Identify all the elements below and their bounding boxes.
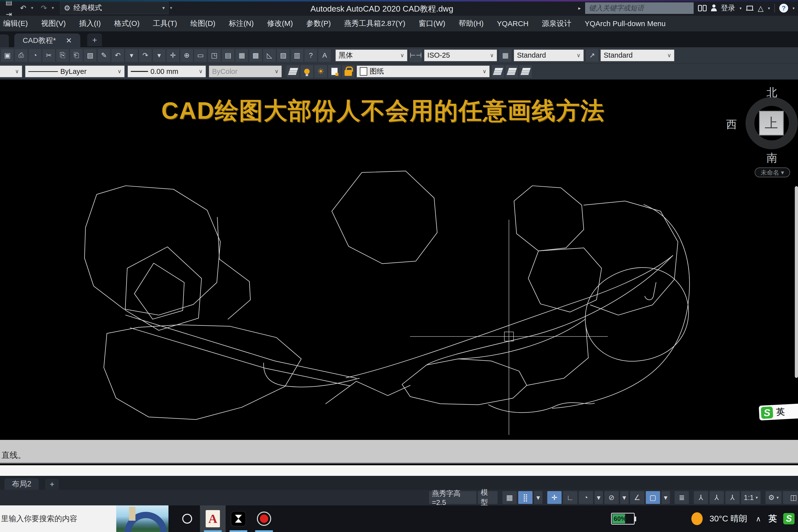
named-view-dropdown[interactable]: 未命名 ▾: [755, 168, 790, 177]
annotation-autoscale-icon[interactable]: ⅄: [709, 491, 724, 504]
autodesk-logo-icon[interactable]: △: [758, 4, 763, 13]
toolbar-icon[interactable]: ✎: [97, 49, 111, 62]
taskbar-search-box[interactable]: 里输入你要搜索的内容: [0, 506, 169, 532]
toolbar-icon[interactable]: ?: [304, 49, 318, 62]
menu-item[interactable]: 窗口(W): [412, 16, 452, 31]
workspace-gear-icon[interactable]: ⚙ ▾: [765, 491, 781, 504]
dynamic-input-icon[interactable]: ✛: [547, 491, 562, 504]
snap-caret-icon[interactable]: ▾: [534, 491, 542, 504]
search-highlight-image[interactable]: [116, 506, 169, 532]
object-snap-icon[interactable]: ▢: [646, 491, 660, 504]
toolbar-icon[interactable]: ▨: [277, 49, 290, 62]
undo-caret-icon[interactable]: ▾: [31, 5, 36, 11]
toolbar-icon[interactable]: ▭: [194, 49, 207, 62]
tray-expand-icon[interactable]: ∧: [756, 514, 761, 523]
toolbar-icon[interactable]: ◳: [208, 49, 221, 62]
layer-thaw-sun-icon[interactable]: ☀: [314, 65, 327, 78]
quick-access-icon[interactable]: ▤: [2, 0, 15, 8]
layer-on-off-bulb-icon[interactable]: [300, 65, 314, 78]
sign-in-button[interactable]: 登录: [721, 3, 735, 13]
menu-item[interactable]: 参数(P): [300, 16, 338, 31]
mleader-style-icon[interactable]: ↗: [586, 49, 599, 62]
command-history[interactable]: 直线。: [0, 440, 798, 464]
battery-indicator[interactable]: 60%: [611, 513, 635, 525]
toolbar-icon[interactable]: ◔: [28, 49, 42, 62]
isolate-objects-icon[interactable]: ◫: [786, 491, 798, 504]
isometric-drafting-icon[interactable]: ∠: [630, 491, 644, 504]
layer-translate-icon[interactable]: [519, 65, 532, 78]
annotation-visibility-icon[interactable]: ⅄: [694, 491, 708, 504]
menu-item[interactable]: 绘图(D): [184, 16, 222, 31]
weather-sun-icon[interactable]: [691, 512, 703, 525]
layer-lock-icon[interactable]: [342, 65, 355, 78]
toolbar-icon[interactable]: ⊕: [180, 49, 193, 62]
menu-item[interactable]: YQARCH: [490, 16, 535, 31]
toolbar-icon[interactable]: ▥: [290, 49, 304, 62]
new-tab-button[interactable]: +: [87, 34, 102, 46]
autodesk-caret-icon[interactable]: ▾: [768, 6, 770, 11]
viewcube-west-label[interactable]: 西: [726, 117, 737, 132]
weather-widget[interactable]: 30°C 晴朗: [709, 513, 747, 524]
viewcube-north-label[interactable]: 北: [766, 85, 777, 100]
layer-previous-icon[interactable]: [505, 65, 518, 78]
toolbar-icon[interactable]: ▾: [125, 49, 138, 62]
toolbar-icon[interactable]: ▦: [235, 49, 248, 62]
polar-tracking-icon[interactable]: ◔: [579, 491, 593, 504]
toolbar-icon[interactable]: ▧: [83, 49, 97, 62]
viewcube-south-label[interactable]: 南: [766, 151, 777, 165]
lineweight-display-icon[interactable]: ≣: [674, 491, 689, 504]
annotation-scale-icon[interactable]: ⅄: [725, 491, 740, 504]
toolbar-icon[interactable]: A: [318, 49, 331, 62]
toolbar-icon[interactable]: ⎘: [56, 49, 69, 62]
help-caret-icon[interactable]: ▾: [793, 6, 795, 11]
workspace-switcher[interactable]: ⚙ 经典模式 ▾: [60, 2, 169, 14]
layout-tab-active[interactable]: 布局2: [4, 478, 39, 490]
toolbar-icon[interactable]: ↶: [111, 49, 125, 62]
ime-mode-label[interactable]: 英: [776, 406, 785, 418]
layer-freeze-icon[interactable]: [328, 65, 341, 78]
viewcube-top-face[interactable]: 上: [759, 111, 784, 135]
toolbar-icon[interactable]: ▾: [152, 49, 166, 62]
table-style-icon[interactable]: ▦: [499, 49, 512, 62]
command-input-line[interactable]: [0, 465, 798, 476]
text-style-combo[interactable]: 黑体 ∨: [336, 50, 407, 61]
sogou-ime-toolbar[interactable]: S 英: [759, 403, 798, 420]
close-icon[interactable]: ✕: [66, 36, 72, 45]
dim-style-combo[interactable]: ISO-25 ∨: [424, 50, 497, 61]
menu-item[interactable]: 源泉设计: [535, 16, 578, 31]
help-icon[interactable]: ?: [779, 4, 788, 13]
toolbar-icon[interactable]: ⎗: [70, 49, 83, 62]
toolbar-icon[interactable]: ✛: [166, 49, 179, 62]
taskbar-autocad-button[interactable]: A: [200, 506, 226, 532]
menu-item[interactable]: YQArch Pull-down Menu: [578, 16, 672, 31]
yanxiu-text-height-button[interactable]: 燕秀字高=2.5: [429, 491, 476, 504]
toolbar-icon[interactable]: ⎙: [15, 49, 28, 62]
toolbar-icon[interactable]: ↷: [139, 49, 152, 62]
lineweight-combo[interactable]: 0.00 mm ∨: [128, 65, 206, 77]
taskbar-recorder-button[interactable]: [251, 506, 277, 532]
linetype-combo[interactable]: ByLayer ∨: [25, 65, 125, 77]
vertical-scrollbar[interactable]: [795, 186, 798, 378]
toolbar-icon[interactable]: ▣: [1, 49, 14, 62]
redo-caret-icon[interactable]: ▾: [52, 5, 57, 11]
menu-item[interactable]: 编辑(E): [0, 16, 35, 31]
toolbar-icon[interactable]: ✂: [42, 49, 55, 62]
menu-item[interactable]: 格式(O): [108, 16, 146, 31]
sign-in-caret-icon[interactable]: ▾: [740, 6, 742, 11]
app-store-cart-icon[interactable]: [746, 6, 754, 11]
ortho-mode-icon[interactable]: ∟: [563, 491, 577, 504]
menu-item[interactable]: 帮助(H): [452, 16, 490, 31]
dim-style-icon[interactable]: ⊢⊣: [409, 49, 422, 62]
menu-item[interactable]: 插入(I): [72, 16, 108, 31]
toolbar-icon[interactable]: ▤: [222, 49, 235, 62]
polar-caret-icon[interactable]: ▾: [594, 491, 603, 504]
layer-combo[interactable]: 图纸 ∨: [357, 65, 490, 77]
menu-item[interactable]: 标注(N): [222, 16, 261, 31]
model-space-button[interactable]: 模型: [478, 491, 497, 504]
menu-item[interactable]: 工具(T): [146, 16, 184, 31]
annotation-scale-value[interactable]: 1:1 ▾: [741, 491, 761, 504]
sogou-tray-icon[interactable]: S: [783, 513, 795, 524]
search-expander-icon[interactable]: ▸: [578, 5, 581, 11]
mleader-style-combo[interactable]: Standard ∨: [601, 50, 674, 61]
taskbar-capcut-button[interactable]: [226, 506, 251, 532]
